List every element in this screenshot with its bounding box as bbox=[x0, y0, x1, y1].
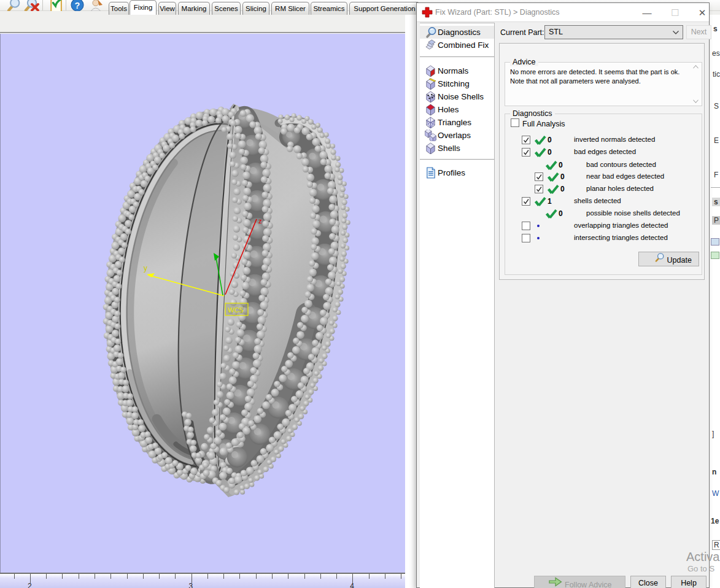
svg-text:z: z bbox=[258, 217, 262, 225]
svg-text:WCS: WCS bbox=[228, 306, 244, 314]
svg-text:?: ? bbox=[75, 1, 80, 10]
svg-text:y: y bbox=[144, 264, 147, 273]
